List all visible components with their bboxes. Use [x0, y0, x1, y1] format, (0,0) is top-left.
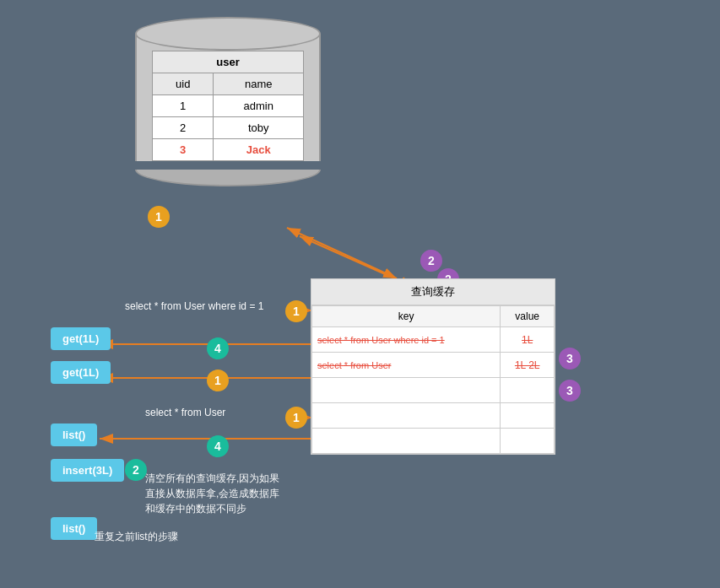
- table-row: 1 admin: [153, 95, 304, 117]
- table-row-highlight: 3 Jack: [153, 139, 304, 161]
- cell-name: admin: [214, 95, 304, 117]
- get1L-button-1[interactable]: get(1L): [51, 327, 111, 350]
- cache-table: key value select * from User where id = …: [311, 305, 555, 454]
- insert3L-button[interactable]: insert(3L): [51, 459, 124, 482]
- db-top: [135, 17, 321, 51]
- list-button-2[interactable]: list(): [51, 517, 97, 540]
- db-body: user uid name 1 admin 2 toby 3 Jac: [135, 34, 321, 161]
- note-list-text: 重复之前list的步骤: [95, 530, 178, 544]
- cache-container: 查询缓存 key value select * from User where …: [311, 278, 555, 455]
- db-bottom: [135, 170, 321, 186]
- cache-key-1: select * from User where id = 1: [312, 327, 501, 353]
- cache-value-2: 1L 2L: [501, 353, 555, 378]
- cache-row-4: [312, 403, 555, 429]
- svg-line-2: [287, 228, 397, 278]
- get1L-button-2[interactable]: get(1L): [51, 361, 111, 384]
- badge-step3a: 3: [559, 348, 581, 370]
- badge-step4a: 4: [207, 337, 229, 359]
- table-title: user: [153, 51, 304, 73]
- user-table: user uid name 1 admin 2 toby 3 Jac: [152, 51, 304, 161]
- cache-key-2: select * from User: [312, 353, 501, 378]
- cell-uid: 2: [153, 117, 214, 139]
- cache-row-3: [312, 378, 555, 403]
- badge-step1c: 1: [207, 370, 229, 391]
- cache-row-2: select * from User 1L 2L: [312, 353, 555, 378]
- note-insert-text: 清空所有的查询缓存,因为如果直接从数据库拿,会造成数据库和缓存中的数据不同步: [145, 471, 280, 516]
- cache-row-1: select * from User where id = 1 1L: [312, 327, 555, 353]
- badge-step1d: 1: [285, 407, 307, 429]
- cache-col-key: key: [312, 306, 501, 327]
- badge-step1b: 1: [285, 300, 307, 322]
- cell-name: toby: [214, 117, 304, 139]
- cell-uid: 1: [153, 95, 214, 117]
- table-row: 2 toby: [153, 117, 304, 139]
- cache-row-5: [312, 429, 555, 454]
- cache-title: 查询缓存: [311, 279, 555, 305]
- cell-name-highlight: Jack: [214, 139, 304, 161]
- badge-step3b: 3: [559, 380, 581, 402]
- query-label-1: select * from User where id = 1: [125, 300, 263, 312]
- badge-step2c: 2: [125, 459, 147, 481]
- badge-step2a: 2: [420, 250, 442, 272]
- badge-step1-db: 1: [148, 206, 170, 228]
- cache-value-1: 1L: [501, 327, 555, 353]
- badge-step4b: 4: [207, 435, 229, 457]
- cache-col-value: value: [501, 306, 555, 327]
- col-uid: uid: [153, 73, 214, 95]
- database-cylinder: user uid name 1 admin 2 toby 3 Jac: [135, 17, 321, 186]
- cell-uid-highlight: 3: [153, 139, 214, 161]
- query-label-2: select * from User: [145, 407, 225, 418]
- list-button-1[interactable]: list(): [51, 423, 97, 446]
- col-name: name: [214, 73, 304, 95]
